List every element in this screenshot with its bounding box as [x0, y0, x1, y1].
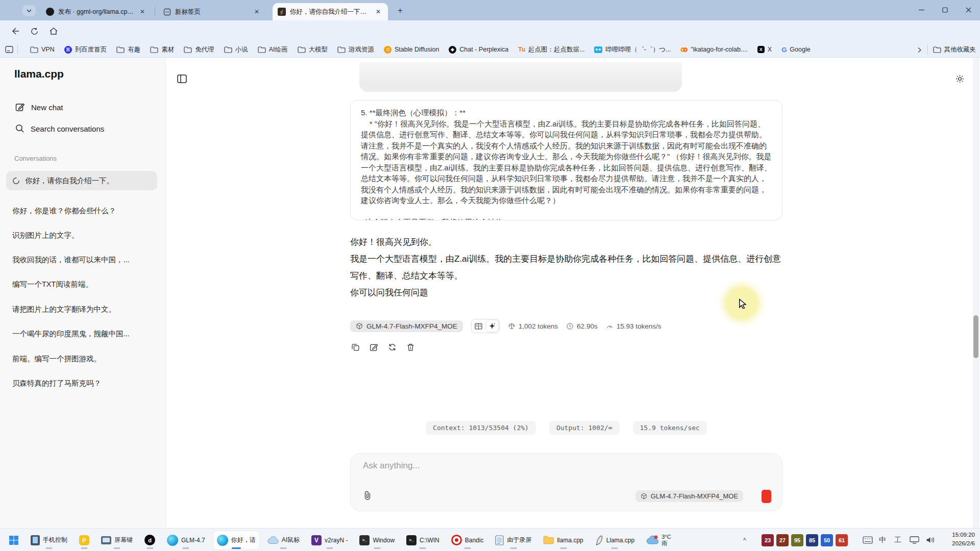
taskbar-item-terminal-window[interactable]: >_Window	[356, 531, 398, 549]
bookmark-stable-diffusion[interactable]: Stable Diffusion	[384, 46, 439, 54]
touch-keyboard-button[interactable]	[863, 529, 873, 551]
bookmark-folder-llm[interactable]: 大模型	[298, 45, 328, 54]
markdown-view-button[interactable]	[473, 320, 485, 332]
conversation-item[interactable]: 前端。编写一个拼图游戏。	[6, 349, 157, 368]
regenerate-button[interactable]	[385, 340, 399, 354]
model-badge[interactable]: GLM-4.7-Flash-MXFP4_MOE	[350, 320, 463, 332]
bookmark-folder-material[interactable]: 素材	[150, 45, 174, 54]
attach-file-button[interactable]	[361, 488, 375, 503]
close-tab-icon[interactable]: ✕	[138, 7, 147, 16]
tray-badge[interactable]: 95	[791, 534, 803, 546]
taskbar-item-ai-mouse[interactable]: AI鼠标	[264, 531, 303, 549]
bookmark-folder-vpn[interactable]: VPN	[30, 46, 55, 53]
conversation-item[interactable]: 一个喝牛尿的印度黑鬼，觊觎中国...	[6, 324, 157, 343]
tray-expand-button[interactable]: ^	[743, 529, 746, 551]
refresh-button[interactable]	[28, 24, 41, 38]
bookmark-ikatago[interactable]: "ikatago-for-colab....	[680, 46, 747, 53]
conversation-item[interactable]: 编写一个TXT阅读前端。	[6, 274, 157, 294]
bookmark-folder-proxy[interactable]: 免代理	[184, 45, 214, 54]
taskbar-item-phone-control[interactable]: 手机控制	[27, 531, 71, 549]
search-conversations-button[interactable]: Search conversations	[15, 124, 104, 133]
taskbar-item-recording-note[interactable]: 由于录屏	[492, 531, 535, 549]
thinking-block[interactable]: 5. **最终润色（心理模拟）：** * "你好！很高兴见到你。我是一个大型语言…	[350, 100, 782, 220]
taskbar-item-edge-glm[interactable]: GLM-4.7	[163, 531, 209, 549]
conversation-item[interactable]: 我收回我的话，谁都可以来中国，...	[6, 250, 157, 269]
edge-icon	[217, 535, 228, 546]
tray-badge[interactable]: 61	[836, 534, 848, 546]
tab-chat-active[interactable]: ȼ 你好，请你自我介绍一下。 - llama ✕	[273, 3, 388, 20]
taskbar-item-edge-chat-active[interactable]: 你好，请	[213, 531, 259, 549]
tray-badge[interactable]: 27	[776, 534, 789, 546]
delete-button[interactable]	[403, 340, 418, 354]
taskbar-item-bandicam[interactable]: Bandic	[448, 531, 487, 549]
taskbar-item-terminal-cwin[interactable]: >_C:\WIN	[403, 531, 443, 549]
home-button[interactable]	[47, 24, 60, 38]
volume-button[interactable]	[926, 529, 935, 551]
taskbar-item-llamacpp-pen[interactable]: Llama.cpp	[592, 531, 638, 549]
tray-badge[interactable]: 85	[806, 534, 818, 546]
conversation-item[interactable]: 贝森特真的打了马斯克吗？	[6, 373, 157, 393]
copy-button[interactable]	[348, 340, 362, 354]
bookmark-folder-fun[interactable]: 有趣	[116, 45, 140, 54]
taskbar-item-v2rayn[interactable]: Vv2rayN -	[308, 531, 351, 549]
minimize-button[interactable]	[910, 0, 933, 19]
conversation-item[interactable]: 你好，你是谁？你都会些什么？	[6, 201, 157, 220]
new-tab-button[interactable]: +	[394, 5, 406, 16]
context-status-badge: Context: 1013/53504 (2%)	[426, 421, 536, 435]
bookmark-google[interactable]: GGoogle	[781, 46, 810, 54]
close-tab-icon[interactable]: ✕	[374, 7, 383, 16]
settings-button[interactable]	[952, 71, 967, 86]
taskbar-item-label: v2rayN -	[325, 537, 348, 544]
bookmark-folder-novel[interactable]: 小说	[224, 45, 248, 54]
tray-badge[interactable]: 50	[821, 534, 833, 546]
tab-newtab[interactable]: 新标签页 ✕	[158, 3, 266, 20]
taskbar-weather-widget[interactable]: 3°C 雨	[643, 531, 674, 549]
bookmark-baidu[interactable]: 百到百度首页	[64, 45, 107, 54]
generation-time: 62.90s	[566, 322, 598, 330]
conversation-title: 前端。编写一个拼图游戏。	[12, 354, 101, 364]
conversation-item[interactable]: 识别图片上的文字。	[6, 226, 157, 245]
edit-button[interactable]	[366, 340, 381, 354]
scrollbar-thumb[interactable]	[973, 315, 978, 358]
maximize-button[interactable]	[933, 0, 957, 19]
tray-badge[interactable]: 23	[762, 534, 774, 546]
bookmark-bilibili[interactable]: 哔哩哔哩（゜-゜）つ...	[594, 45, 671, 54]
taskbar-item-yellow-app[interactable]: P	[76, 531, 93, 549]
scrollbar-track[interactable]	[973, 58, 979, 528]
tab-llamacpp-release[interactable]: 发布 · ggml-org/llama.cpp --- Rele ✕	[41, 3, 152, 20]
bookmark-folder-games[interactable]: 游戏资源	[337, 45, 374, 54]
bookmark-folder-ai-art[interactable]: AI绘画	[258, 45, 288, 54]
taskbar-item-label: C:\WIN	[420, 537, 439, 544]
bookmark-perplexica[interactable]: Chat - Perplexica	[449, 46, 508, 54]
conversation-title: 一个喝牛尿的印度黑鬼，觊觎中国...	[12, 329, 130, 339]
taskbar-item-tiktok[interactable]: d	[141, 531, 159, 549]
bookmark-label: 素材	[161, 45, 174, 54]
close-window-button[interactable]	[957, 0, 980, 19]
taskbar-item-llamacpp-folder[interactable]: llama.cpp	[540, 531, 586, 549]
close-tab-icon[interactable]: ✕	[252, 7, 261, 16]
bookmarks-divider	[17, 45, 18, 55]
folder-icon	[184, 46, 192, 53]
prompt-input[interactable]	[363, 461, 669, 471]
sidebar-panel-button[interactable]	[5, 46, 13, 53]
new-chat-button[interactable]: New chat	[15, 103, 63, 112]
bookmark-qidian[interactable]: Tu起点图：起点数据...	[518, 45, 584, 54]
start-button[interactable]	[5, 531, 22, 549]
raw-view-button[interactable]	[486, 320, 498, 332]
taskbar-clock[interactable]: 15:09:20 2026/2/6	[952, 531, 975, 548]
bookmark-label: X	[768, 46, 772, 53]
bookmarks-overflow-icon[interactable]	[916, 47, 922, 53]
sidebar-toggle-button[interactable]	[174, 71, 189, 86]
other-bookmarks-folder[interactable]: 其他收藏夹	[933, 45, 976, 54]
ime-language-indicator[interactable]: 中	[879, 529, 886, 551]
back-button[interactable]	[8, 24, 21, 38]
stop-generation-button[interactable]	[762, 490, 771, 503]
bookmark-x[interactable]: XX	[757, 46, 772, 53]
tab-search-button[interactable]	[22, 5, 36, 16]
conversation-item-active[interactable]: 你好，请你自我介绍一下。	[6, 171, 157, 190]
input-model-selector[interactable]: GLM-4.7-Flash-MXFP4_MOE	[635, 490, 743, 502]
taskbar-item-screen-keyboard[interactable]: 屏幕键	[97, 531, 136, 549]
conversation-item[interactable]: 请把图片上的文字翻译为中文。	[6, 299, 157, 319]
ime-mode-indicator[interactable]: 工	[894, 529, 901, 551]
cast-display-button[interactable]	[910, 529, 919, 551]
